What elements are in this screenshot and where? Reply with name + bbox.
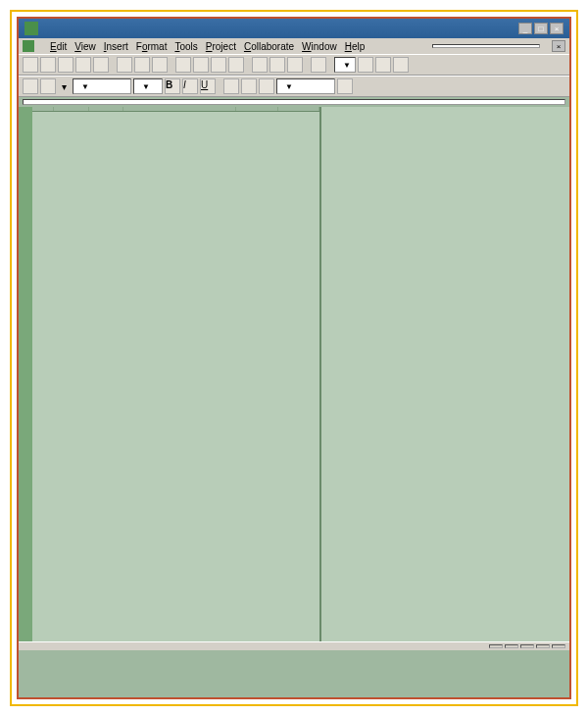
align-left-icon[interactable] xyxy=(223,78,239,94)
close-button[interactable]: × xyxy=(550,23,564,34)
new-icon[interactable] xyxy=(23,57,38,73)
col-taskname[interactable] xyxy=(123,107,235,111)
filter-combo[interactable]: ▼ xyxy=(276,78,335,94)
split-icon[interactable] xyxy=(228,57,244,73)
status-caps xyxy=(505,644,518,648)
outdent-icon[interactable] xyxy=(23,78,38,94)
publish-icon[interactable] xyxy=(311,57,326,73)
status-bar xyxy=(19,641,569,650)
entry-bar[interactable] xyxy=(23,99,565,105)
notes-icon[interactable] xyxy=(270,57,285,73)
plot-scurves-button[interactable] xyxy=(361,85,368,87)
app-icon xyxy=(24,22,38,35)
menu-edit[interactable]: Edit xyxy=(50,41,67,52)
indent-icon[interactable] xyxy=(40,78,56,94)
link-icon[interactable] xyxy=(193,57,209,73)
menu-format[interactable]: Format xyxy=(136,41,168,52)
minimize-button[interactable]: _ xyxy=(518,23,532,34)
info-icon[interactable] xyxy=(252,57,268,73)
italic-icon[interactable]: I xyxy=(182,78,198,94)
group-combo[interactable]: ▼ xyxy=(334,57,356,73)
print-icon[interactable] xyxy=(75,57,91,73)
undo-icon[interactable] xyxy=(175,57,191,73)
menu-collaborate[interactable]: Collaborate xyxy=(244,41,294,52)
status-ovr xyxy=(552,644,565,648)
status-scrl xyxy=(536,644,550,648)
menu-bar: Edit View Insert Format Tools Project Co… xyxy=(19,38,569,54)
view-label xyxy=(19,107,32,641)
save-icon[interactable] xyxy=(58,57,74,73)
copy-icon[interactable] xyxy=(134,57,150,73)
col-letting[interactable] xyxy=(278,107,319,111)
cut-icon[interactable] xyxy=(117,57,132,73)
col-original[interactable] xyxy=(89,107,124,111)
close-scurves-button[interactable] xyxy=(370,85,378,87)
maximize-button[interactable]: □ xyxy=(534,23,548,34)
menu-project[interactable]: Project xyxy=(206,41,236,52)
menu-window[interactable]: Window xyxy=(302,41,337,52)
autofilter-icon[interactable] xyxy=(337,78,353,94)
zoom-out-icon[interactable] xyxy=(375,57,391,73)
toolbar-formatting: ▾ ▼ ▼ B I U ▼ xyxy=(19,76,569,97)
table-header xyxy=(32,107,319,112)
menu-tools[interactable]: Tools xyxy=(174,41,197,52)
paste-icon[interactable] xyxy=(152,57,168,73)
col-duration[interactable] xyxy=(236,107,279,111)
zoom-in-icon[interactable] xyxy=(358,57,373,73)
unlink-icon[interactable] xyxy=(211,57,226,73)
help-search[interactable] xyxy=(432,44,540,48)
bold-icon[interactable]: B xyxy=(165,78,180,94)
size-combo[interactable]: ▼ xyxy=(133,78,163,94)
menu-view[interactable]: View xyxy=(74,41,96,52)
assign-icon[interactable] xyxy=(287,57,303,73)
doc-icon xyxy=(23,40,34,52)
title-bar: _ □ × xyxy=(19,19,569,38)
preview-icon[interactable] xyxy=(93,57,109,73)
mdi-close-button[interactable]: × xyxy=(552,40,565,52)
menu-help[interactable]: Help xyxy=(345,41,366,52)
font-combo[interactable]: ▼ xyxy=(73,78,131,94)
goto-icon[interactable] xyxy=(393,57,409,73)
open-icon[interactable] xyxy=(40,57,56,73)
status-num xyxy=(520,644,534,648)
col-current[interactable] xyxy=(54,107,89,111)
underline-icon[interactable]: U xyxy=(200,78,216,94)
status-ext xyxy=(489,644,503,648)
show-button[interactable]: ▾ xyxy=(58,80,71,93)
align-right-icon[interactable] xyxy=(259,78,274,94)
align-center-icon[interactable] xyxy=(241,78,257,94)
menu-insert[interactable]: Insert xyxy=(104,41,128,52)
toolbar-standard: ▼ xyxy=(19,54,569,76)
